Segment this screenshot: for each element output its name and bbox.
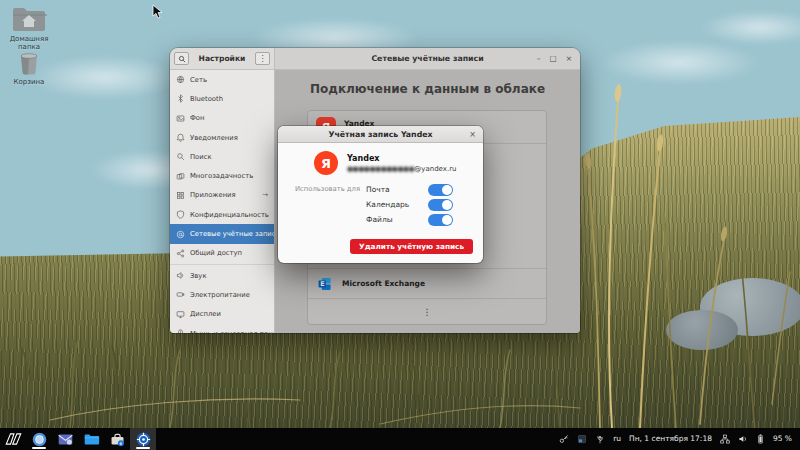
toggle-knob [442, 200, 452, 210]
sidebar-item-label: Электропитание [190, 291, 250, 299]
calendar-toggle[interactable] [428, 199, 453, 211]
sidebar-headerbar: Настройки ⋮ [170, 48, 275, 70]
online-accounts-icon [176, 230, 185, 239]
sidebar-item-notifications[interactable]: Уведомления [170, 128, 274, 147]
maximize-icon[interactable]: □ [550, 55, 557, 63]
desktop-icon-trash[interactable]: Корзина [2, 51, 56, 86]
window-controls: – □ × [537, 48, 572, 69]
taskbar-settings-button[interactable] [130, 428, 156, 450]
kebab-menu-icon: ⋮ [259, 55, 267, 63]
taskbar-files-button[interactable] [78, 428, 104, 450]
sidebar-item-multitasking[interactable]: Многозадачность [170, 166, 274, 185]
svg-text:E: E [320, 280, 324, 288]
settings-app-title: Настройки [192, 54, 252, 63]
keyboard-layout-indicator[interactable]: ru [613, 435, 621, 443]
sidebar-item-mouse-touchpad[interactable]: Мышь и сенсорная панель [170, 324, 274, 333]
wired-network-icon[interactable] [720, 434, 730, 444]
battery-icon [176, 290, 185, 299]
shield-icon [176, 210, 185, 219]
taskbar-chromium-button[interactable] [26, 428, 52, 450]
sidebar-item-label: Конфиденциальность [190, 211, 269, 219]
usb-icon[interactable] [595, 434, 605, 444]
settings-sidebar: Сеть Bluetooth Фон Уведомления Поиск Мно… [170, 70, 275, 333]
folder-icon [83, 431, 100, 448]
background-icon [176, 114, 185, 123]
sidebar-item-label: Фон [190, 114, 204, 122]
files-toggle[interactable] [428, 214, 453, 226]
tray-app-icon[interactable] [577, 434, 587, 444]
clock[interactable]: Пн, 1 сентября 17:18 [629, 435, 712, 443]
search-button[interactable] [174, 52, 189, 65]
sidebar-item-power[interactable]: Электропитание [170, 285, 274, 304]
sidebar-item-applications[interactable]: Приложения → [170, 186, 274, 205]
dialog-close-button[interactable]: × [469, 126, 476, 142]
search-icon [176, 152, 185, 161]
chromium-icon [31, 431, 48, 448]
yandex-account-dialog: Учётная запись Yandex × Я Yandex ●●●●●●●… [278, 126, 483, 263]
sidebar-item-label: Многозадачность [190, 172, 253, 180]
sidebar-item-label: Bluetooth [190, 95, 223, 103]
running-indicator [136, 447, 150, 449]
rock [666, 310, 738, 350]
microsoft-exchange-icon: E [317, 276, 333, 292]
close-icon[interactable]: × [566, 55, 572, 63]
sidebar-item-privacy[interactable]: Конфиденциальность → [170, 205, 274, 224]
apps-grid-icon [176, 191, 185, 200]
sidebar-item-background[interactable]: Фон [170, 109, 274, 128]
sidebar-item-label: Общий доступ [190, 249, 242, 257]
toggle-knob [442, 185, 452, 195]
desktop-icon-home-folder[interactable]: Домашняя папка [2, 5, 56, 51]
taskbar-app-menu-button[interactable] [0, 428, 26, 450]
provider-name: Microsoft Exchange [342, 279, 425, 288]
sidebar-item-sharing[interactable]: Общий доступ [170, 244, 274, 263]
minimize-icon[interactable]: – [537, 55, 541, 63]
system-tray: ru Пн, 1 сентября 17:18 95 % [559, 433, 800, 445]
service-label-mail: Почта [366, 185, 390, 194]
email-redacted-part: ●●●●●●●●●●●● [347, 165, 414, 173]
mail-toggle[interactable] [428, 184, 453, 196]
menu-button[interactable]: ⋮ [255, 52, 270, 65]
cloud [600, 40, 760, 85]
share-icon [176, 249, 185, 258]
battery-percent[interactable]: 95 % [773, 435, 792, 443]
search-icon [178, 55, 186, 63]
display-icon [176, 310, 185, 319]
key-icon[interactable] [559, 434, 569, 444]
sidebar-item-search[interactable]: Поиск [170, 147, 274, 166]
close-icon: × [469, 130, 476, 139]
distro-logo-icon [5, 432, 22, 446]
taskbar-software-button[interactable] [104, 428, 130, 450]
volume-icon[interactable] [738, 434, 748, 444]
sidebar-item-online-accounts[interactable]: Сетевые учётные записи [170, 224, 274, 243]
sidebar-item-label: Дисплеи [190, 310, 221, 318]
settings-wheel-icon [135, 431, 152, 448]
sidebar-item-label: Уведомления [190, 134, 238, 142]
mouse-cursor [152, 4, 163, 19]
dialog-account-info: Я Yandex ●●●●●●●●●●●●@yandex.ru [314, 151, 456, 175]
sidebar-item-displays[interactable]: Дисплеи [170, 305, 274, 324]
bell-icon [176, 133, 185, 142]
taskbar-mail-button[interactable] [52, 428, 78, 450]
battery-icon[interactable] [756, 433, 765, 445]
running-indicator [32, 447, 46, 449]
dialog-titlebar[interactable]: Учётная запись Yandex × [278, 126, 483, 143]
window-titlebar[interactable]: Сетевые учётные записи – □ × [275, 48, 580, 70]
providers-section: E Microsoft Exchange ⋮ [308, 268, 546, 324]
home-folder-icon [11, 5, 47, 33]
email-domain: @yandex.ru [414, 165, 456, 173]
provider-row-exchange[interactable]: E Microsoft Exchange [308, 268, 546, 298]
sidebar-item-sound[interactable]: Звук [170, 266, 274, 285]
mouse-icon [176, 329, 185, 333]
remove-account-button[interactable]: Удалить учётную запись [350, 239, 473, 254]
sidebar-item-label: Сеть [190, 76, 207, 84]
sidebar-item-network[interactable]: Сеть [170, 70, 274, 89]
chevron-right-icon: → [262, 191, 268, 199]
sidebar-item-label: Мышь и сенсорная панель [190, 330, 275, 334]
bluetooth-icon [176, 94, 185, 103]
use-for-label: Использовать для [278, 185, 360, 193]
more-providers-button[interactable]: ⋮ [308, 298, 546, 324]
service-label-calendar: Календарь [366, 200, 409, 209]
sidebar-item-bluetooth[interactable]: Bluetooth [170, 89, 274, 108]
dialog-account-name: Yandex [347, 154, 456, 163]
dialog-account-email: ●●●●●●●●●●●●@yandex.ru [347, 165, 456, 173]
